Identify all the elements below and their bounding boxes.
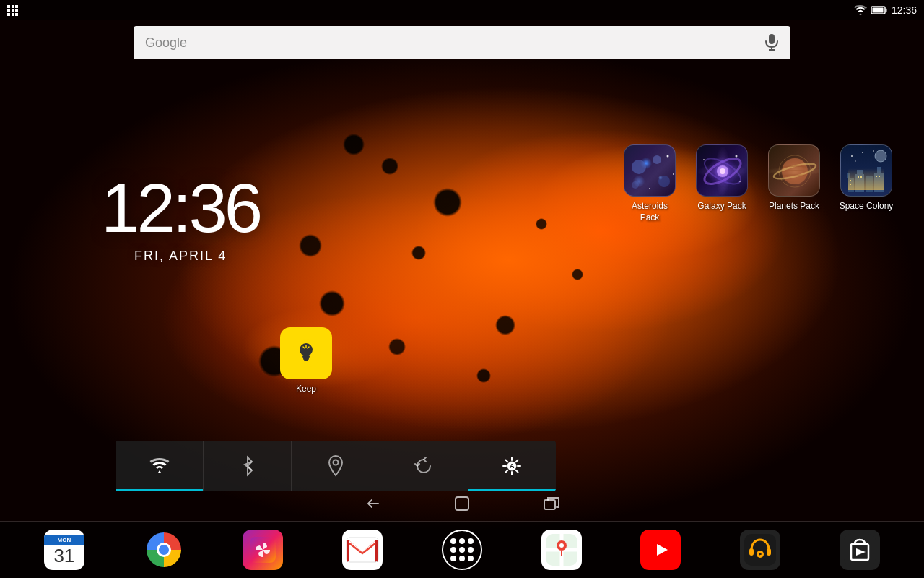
wifi-toggle-icon	[149, 458, 170, 474]
app-icon-space-colony[interactable]: Space Colony	[837, 144, 895, 212]
svg-rect-36	[879, 176, 880, 177]
svg-line-54	[516, 470, 518, 473]
keep-app-icon-item[interactable]: Keep	[280, 327, 332, 395]
svg-point-11	[649, 188, 650, 189]
app-icon-planets-pack[interactable]: Planets Pack	[765, 144, 823, 212]
calendar-day: 31	[53, 546, 74, 565]
gmail-icon-svg	[346, 538, 378, 562]
svg-rect-31	[850, 180, 851, 181]
svg-rect-26	[855, 174, 864, 192]
nav-bar	[0, 486, 924, 522]
dock-maps-icon[interactable]	[541, 530, 582, 570]
asteroids-pack-label: Asteroids Pack	[621, 201, 679, 223]
svg-point-10	[667, 155, 669, 158]
clock-time: 12:36	[101, 173, 260, 243]
search-google-logo: Google	[145, 35, 764, 51]
svg-rect-73	[767, 548, 771, 556]
svg-point-19	[736, 155, 738, 158]
clock-date: FRI, APRIL 4	[101, 249, 260, 264]
svg-rect-25	[847, 173, 850, 178]
asteroids-pack-icon	[624, 144, 676, 197]
svg-rect-72	[749, 548, 754, 556]
nav-home-button[interactable]	[453, 495, 471, 512]
svg-point-41	[855, 160, 856, 162]
planets-pack-icon	[768, 144, 820, 197]
chrome-ring	[147, 532, 181, 567]
svg-rect-28	[866, 176, 873, 192]
svg-rect-27	[857, 170, 863, 174]
dock-calendar-icon[interactable]: MON 31	[44, 530, 84, 570]
svg-point-16	[720, 168, 725, 174]
dock-poweramp-icon[interactable]	[740, 530, 780, 570]
status-time: 12:36	[892, 4, 917, 16]
svg-point-8	[658, 176, 670, 187]
svg-point-9	[632, 181, 639, 189]
svg-text:A: A	[510, 462, 515, 470]
brightness-icon: A	[502, 457, 521, 475]
svg-rect-29	[874, 173, 884, 192]
location-icon	[328, 456, 344, 476]
app-drawer-circle	[442, 530, 482, 570]
dock-gmail-icon[interactable]	[342, 530, 383, 570]
svg-point-40	[873, 150, 874, 152]
calendar-month: MON	[44, 535, 84, 545]
svg-point-47	[334, 460, 339, 465]
svg-rect-2	[872, 8, 883, 13]
quick-toggle-brightness[interactable]: A	[468, 441, 556, 491]
poweramp-icon-svg	[744, 534, 776, 566]
planets-pack-label: Planets Pack	[769, 201, 819, 212]
svg-point-17	[703, 159, 705, 160]
svg-rect-58	[456, 497, 468, 510]
svg-point-38	[851, 155, 853, 157]
quick-toggle-location[interactable]	[292, 441, 380, 491]
quick-toggle-wifi[interactable]	[116, 441, 204, 491]
svg-line-53	[506, 460, 508, 462]
svg-rect-35	[876, 176, 877, 177]
dock-playstore-icon[interactable]	[840, 530, 880, 570]
app-icons-area: Asteroids Pack Galaxy Pack	[621, 144, 895, 223]
svg-point-6	[632, 160, 646, 174]
playstore-icon-svg	[844, 534, 876, 566]
space-colony-icon	[840, 144, 892, 197]
status-bar: 12:36	[0, 0, 924, 20]
svg-rect-62	[346, 540, 349, 562]
svg-line-56	[506, 470, 508, 473]
grid-menu-icon[interactable]	[7, 5, 18, 16]
quick-toggle-bluetooth[interactable]	[204, 441, 292, 491]
svg-rect-63	[375, 540, 378, 562]
keep-label: Keep	[296, 384, 316, 395]
dock: MON 31	[0, 522, 924, 578]
quick-toggle-sync[interactable]	[380, 441, 468, 491]
app-icon-asteroids-pack[interactable]: Asteroids Pack	[621, 144, 679, 223]
svg-point-7	[653, 155, 661, 164]
svg-rect-44	[302, 355, 310, 358]
nav-recents-button[interactable]	[543, 495, 560, 512]
clock-widget: 12:36 FRI, APRIL 4	[101, 173, 260, 264]
mic-icon[interactable]	[764, 34, 779, 51]
svg-rect-34	[860, 176, 862, 178]
svg-rect-1	[885, 9, 886, 12]
dock-youtube-icon[interactable]	[640, 530, 681, 570]
svg-rect-32	[850, 184, 851, 185]
photos-icon-svg	[250, 537, 276, 563]
nav-back-button[interactable]	[364, 495, 381, 512]
svg-rect-46	[304, 360, 308, 361]
svg-rect-45	[303, 358, 309, 360]
battery-icon	[871, 6, 887, 14]
maps-icon-svg	[546, 534, 578, 566]
space-colony-label: Space Colony	[840, 201, 894, 212]
svg-rect-33	[858, 176, 859, 178]
drawer-dots-grid	[450, 538, 474, 561]
keep-icon	[280, 327, 332, 379]
chrome-center	[157, 543, 171, 557]
svg-rect-59	[544, 500, 555, 509]
dock-app-drawer-icon[interactable]	[442, 530, 482, 570]
galaxy-pack-icon	[696, 144, 748, 197]
app-icon-galaxy-pack[interactable]: Galaxy Pack	[693, 144, 751, 212]
svg-point-37	[875, 150, 886, 162]
svg-point-12	[673, 173, 674, 175]
dock-chrome-icon[interactable]	[144, 530, 184, 570]
svg-rect-30	[877, 167, 881, 173]
dock-photos-icon[interactable]	[243, 530, 283, 570]
search-bar[interactable]: Google	[134, 26, 790, 59]
